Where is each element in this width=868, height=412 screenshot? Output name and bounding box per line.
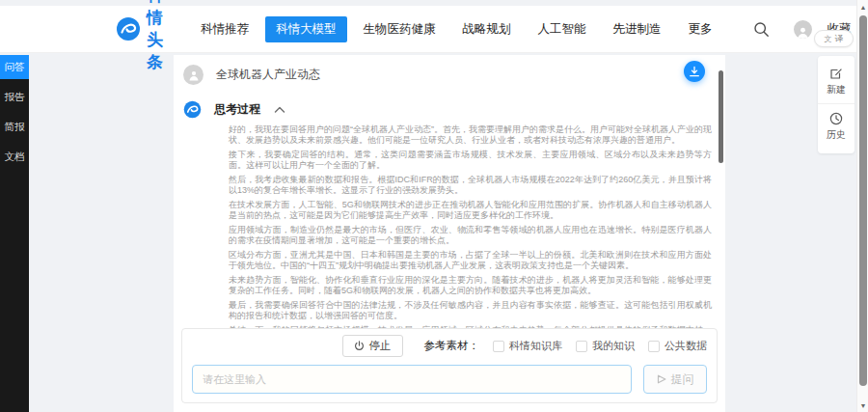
app-screen: 科情头条 科情推荐 科情大模型 生物医药健康 战略规划 人工智能 先进制造 更多 [0, 0, 868, 412]
thinking-body: 好的，我现在要回答用户的问题“全球机器人产业动态”。首先，我需要理解用户的需求是… [229, 124, 712, 345]
nav-item-biomed[interactable]: 生物医药健康 [353, 16, 447, 42]
checkbox-public-data[interactable] [648, 341, 660, 352]
clock-icon [829, 112, 843, 125]
history-rail-label: 历史 [827, 128, 846, 142]
new-edit-icon [829, 67, 843, 80]
page-scrollbar[interactable]: ▲ ▼ [856, 0, 868, 412]
app-logo[interactable]: 科情头条 [116, 0, 164, 73]
logo-icon [116, 16, 141, 41]
checkbox-my-knowledge[interactable] [576, 341, 587, 352]
thinking-paragraph: 最后，我需要确保回答符合中国的法律法规，不涉及任何敏感内容，并且内容有事实依据，… [229, 300, 712, 321]
nav-item-ai[interactable]: 人工智能 [528, 16, 597, 42]
thinking-paragraph: 在技术发展方面，人工智能、5G和物联网技术的进步正在推动机器人智能化和应用范围的… [229, 200, 712, 221]
scrollbar-down-arrow[interactable]: ▼ [857, 399, 868, 411]
thinking-paragraph: 区域分布方面，亚洲尤其是中国、日本和韩国是主要的市场，占据了全球一半以上的份额。… [229, 250, 712, 271]
thinking-header-row: 思考过程 [183, 100, 712, 119]
right-rail: 新建 历史 [818, 56, 854, 153]
submit-question-label: 提问 [671, 371, 694, 388]
logo-text: 科情头条 [147, 0, 164, 73]
translate-icon: 文 [825, 34, 832, 44]
stop-label: 停止 [369, 339, 392, 353]
nav-item-manufacturing[interactable]: 先进制造 [603, 16, 672, 42]
checkbox-my-knowledge-label: 我的知识 [592, 339, 635, 353]
assistant-logo-icon [183, 100, 202, 119]
checkbox-public-data-label: 公共数据 [665, 339, 707, 353]
reference-material-label: 参考素材： [424, 339, 480, 353]
checkbox-kb-label: 科情知识库 [509, 339, 562, 353]
new-chat-button[interactable]: 新建 [818, 63, 854, 103]
question-input[interactable] [192, 365, 632, 394]
left-sidebar: 问答 报告 简报 文档 [0, 55, 29, 412]
nav-item-more[interactable]: 更多 [678, 16, 723, 42]
scrollbar-up-arrow[interactable]: ▲ [857, 1, 868, 13]
search-icon[interactable] [751, 18, 773, 40]
main-nav: 科情推荐 科情大模型 生物医药健康 战略规划 人工智能 先进制造 更多 [187, 16, 726, 42]
new-chat-label: 新建 [827, 83, 846, 96]
sidebar-item-qa[interactable]: 问答 [0, 55, 29, 79]
translate-label: 译 [835, 33, 844, 45]
translate-pill[interactable]: 文 译 [814, 30, 854, 47]
history-button[interactable]: 历史 [818, 103, 854, 149]
nav-item-strategy[interactable]: 战略规划 [452, 16, 522, 42]
top-header: 科情头条 科情推荐 科情大模型 生物医药健康 战略规划 人工智能 先进制造 更多 [0, 6, 856, 53]
send-icon [657, 374, 666, 384]
chat-scrollbar-thumb[interactable] [719, 70, 723, 163]
sidebar-item-document[interactable]: 文档 [0, 145, 29, 169]
thinking-paragraph: 应用领域方面，制造业仍然是最大的市场，但医疗、农业、物流和零售等领域的机器人应用… [229, 225, 712, 246]
thinking-paragraph: 未来趋势方面，智能化、协作化和垂直行业应用的深化是主要方向。随着技术的进步，机器… [229, 275, 712, 296]
power-icon [354, 341, 365, 351]
source-option-my-knowledge[interactable]: 我的知识 [576, 339, 635, 353]
sidebar-item-briefing[interactable]: 简报 [0, 115, 29, 139]
page-scrollbar-thumb[interactable] [859, 15, 867, 386]
sidebar-item-report[interactable]: 报告 [0, 85, 29, 109]
chevron-up-icon[interactable] [274, 105, 285, 114]
download-button[interactable] [684, 61, 705, 82]
user-avatar[interactable] [794, 20, 812, 39]
composer-input-row: 提问 [192, 365, 707, 394]
question-avatar [183, 65, 203, 85]
composer-card: 停止 参考素材： 科情知识库 我的知识 公共数据 [181, 328, 718, 403]
stop-button[interactable]: 停止 [342, 335, 403, 357]
submit-question-button[interactable]: 提问 [643, 365, 707, 394]
checkbox-kb[interactable] [493, 341, 504, 352]
nav-item-recommend[interactable]: 科情推荐 [190, 16, 259, 42]
thinking-title: 思考过程 [214, 101, 260, 118]
chat-panel: 全球机器人产业动态 思考过程 好的，我现在要回答用户的问题“全球机器人 [174, 55, 725, 412]
thinking-paragraph: 好的，我现在要回答用户的问题“全球机器人产业动态”。首先，我需要理解用户的需求是… [229, 124, 712, 146]
thinking-paragraph: 然后，我考虑收集最新的数据和报告。根据IDC和IFR的数据，全球机器人市场规模在… [229, 175, 712, 196]
thinking-paragraph: 接下来，我要确定回答的结构。通常，这类问题需要涵盖市场规模、技术发展、主要应用领… [229, 150, 712, 171]
source-option-public-data[interactable]: 公共数据 [648, 339, 707, 353]
source-option-kb[interactable]: 科情知识库 [493, 339, 562, 353]
composer-toolbar: 停止 参考素材： 科情知识库 我的知识 公共数据 [192, 335, 707, 357]
nav-item-large-model[interactable]: 科情大模型 [265, 16, 347, 42]
user-question: 全球机器人产业动态 [216, 67, 320, 83]
user-message-row: 全球机器人产业动态 [183, 65, 712, 85]
